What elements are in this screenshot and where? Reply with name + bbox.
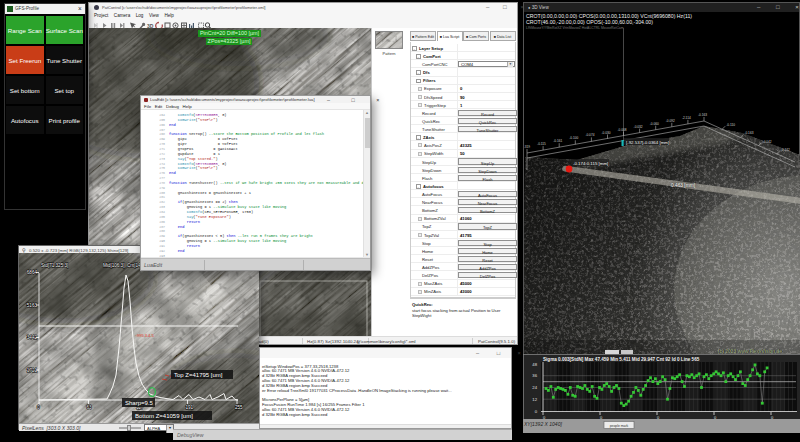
svg-text:-0.242: -0.242 [781, 148, 790, 152]
svg-text:-0.110: -0.110 [726, 123, 735, 127]
svg-text:-0.032: -0.032 [634, 125, 643, 129]
svg-text:-0.092: -0.092 [666, 119, 675, 123]
svg-text:-0.115: -0.115 [537, 142, 546, 146]
svg-text:Top Z=41795 [um]: Top Z=41795 [um] [174, 372, 223, 378]
svg-text:0.463 [mm]: 0.463 [mm] [671, 183, 695, 188]
svg-text:-0.008: -0.008 [618, 128, 627, 132]
svg-text:↑995 3.4.5: ↑995 3.4.5 [135, 333, 154, 338]
svg-text:Sigma 0.003[StdN] Max 47.459 M: Sigma 0.003[StdN] Max 47.459 Min 5.411 M… [543, 357, 700, 362]
svg-text:Sharp=9.5: Sharp=9.5 [125, 400, 154, 406]
svg-text:-0.100: -0.100 [569, 136, 578, 140]
svg-text:-2.114: -2.114 [682, 116, 691, 120]
svg-text:(c) 2023 www.FlexxVision.de: (c) 2023 www.FlexxVision.de [718, 348, 782, 354]
svg-text:3442: 3442 [27, 335, 38, 340]
svg-text:-0.163: -0.163 [744, 131, 753, 135]
svg-text:[-92.537]-0.0364 [mm]: [-92.537]-0.0364 [mm] [626, 140, 669, 145]
svg-text:1721: 1721 [27, 368, 38, 373]
svg-text:63: 63 [87, 405, 93, 410]
svg-text:6864: 6864 [27, 270, 38, 275]
svg-text:5163: 5163 [27, 303, 38, 308]
svg-text:people mark: people mark [610, 424, 629, 428]
svg-text:XY[1392 X 1040]: XY[1392 X 1040] [523, 421, 562, 427]
svg-text:-0.030: -0.030 [602, 131, 611, 135]
svg-text:0: 0 [37, 405, 40, 410]
svg-text:Mid[106.3]: Mid[106.3] [103, 263, 124, 268]
svg-text:-0.074: -0.074 [585, 133, 594, 137]
svg-text:36: 36 [532, 373, 537, 378]
svg-text:-0.042: -0.042 [763, 140, 772, 144]
svg-text:-0.174:0.115 [mm]: -0.174:0.115 [mm] [573, 161, 608, 166]
svg-text:48: 48 [532, 362, 537, 367]
svg-text:255: 255 [235, 405, 243, 410]
svg-text:191: 191 [186, 405, 194, 410]
svg-text:-0.163: -0.163 [698, 113, 707, 117]
svg-text:Std[71.325.3]: Std[71.325.3] [41, 263, 68, 268]
svg-text:24: 24 [532, 385, 537, 390]
svg-text:-0.060: -0.060 [650, 122, 659, 126]
svg-text:12: 12 [532, 397, 537, 402]
svg-text:-0.161: -0.161 [553, 139, 562, 143]
svg-text:Bottom Z=41059 [um]: Bottom Z=41059 [um] [135, 413, 193, 419]
svg-text:-0.319: -0.319 [524, 145, 530, 149]
